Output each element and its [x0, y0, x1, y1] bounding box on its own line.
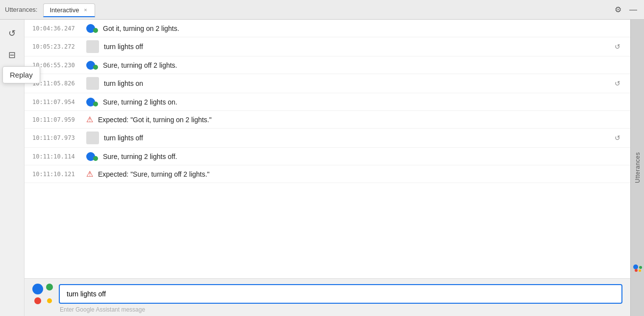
logo-dot-green	[46, 284, 53, 290]
replay-tooltip: Replay	[2, 66, 40, 83]
utterances-list: 10:04:36.247 Got it, turning on 2 lights…	[25, 20, 630, 278]
replay-icon[interactable]: ↺	[613, 79, 622, 88]
minimize-icon: —	[629, 5, 637, 14]
assistant-avatar	[86, 24, 98, 33]
gear-button[interactable]: ⚙	[613, 3, 623, 16]
message-input[interactable]	[59, 284, 622, 304]
replay-icon[interactable]: ↺	[613, 133, 622, 143]
utterance-text: Sure, turning 2 lights on.	[103, 98, 622, 106]
right-sidebar[interactable]: Utterances	[630, 20, 644, 316]
utterance-row: 10:04:36.247 Got it, turning on 2 lights…	[25, 20, 630, 37]
timestamp: 10:05:23.272	[32, 43, 81, 50]
utterance-text: Got it, turning on 2 lights.	[103, 25, 622, 32]
sidebar-logo-yellow	[639, 269, 641, 272]
timestamp: 10:04:36.247	[32, 25, 81, 32]
input-hint: Enter Google Assistant message	[32, 306, 622, 313]
title-bar-actions: ⚙ —	[613, 3, 639, 16]
utterance-text: Expected: "Got it, turning on 2 lights."	[98, 116, 622, 124]
logo-dot-red	[34, 297, 41, 304]
utterance-row: 10:06:55.230 Sure, turning off 2 lights.	[25, 56, 630, 74]
timestamp: 10:11:07.959	[32, 116, 81, 123]
utterance-row: 10:05:23.272 turn lights off ↺	[25, 37, 630, 56]
utterance-text: Sure, turning 2 lights off.	[103, 153, 622, 160]
utterance-row: 10:11:07.954 Sure, turning 2 lights on.	[25, 93, 630, 111]
avatar-dot-green	[93, 28, 98, 33]
utterance-row: 10:11:07.959 ⚠ Expected: "Got it, turnin…	[25, 111, 630, 129]
timestamp: 10:11:07.973	[32, 134, 81, 141]
input-area: Enter Google Assistant message	[25, 278, 630, 316]
timestamp: 10:11:07.954	[32, 99, 81, 105]
assistant-avatar	[86, 152, 98, 161]
logo-dot-blue	[32, 284, 43, 294]
utterances-panel: 10:04:36.247 Got it, turning on 2 lights…	[25, 20, 630, 316]
utterance-row: 10:11:07.973 turn lights off ↺	[25, 129, 630, 148]
user-avatar	[86, 77, 99, 90]
tab-interactive[interactable]: Interactive ×	[43, 3, 95, 17]
error-icon: ⚠	[86, 169, 93, 179]
app-window: Utterances: Interactive × ⚙ — ↺ ⊟ ↩	[0, 0, 644, 316]
error-icon: ⚠	[86, 115, 93, 124]
tab-close-icon[interactable]: ×	[82, 6, 89, 13]
avatar-dot-green	[93, 156, 98, 161]
avatar-dot-green	[93, 102, 98, 106]
minimize-button[interactable]: —	[627, 3, 639, 16]
title-bar: Utterances: Interactive × ⚙ —	[0, 0, 644, 20]
main-content: ↺ ⊟ ↩ Replay 10:04:36.247	[0, 20, 644, 316]
utterance-text: Sure, turning off 2 lights.	[103, 61, 622, 69]
utterance-text: Expected: "Sure, turning off 2 lights."	[98, 170, 622, 178]
utterance-row: 10:11:10.114 Sure, turning 2 lights off.	[25, 148, 630, 165]
utterance-text: turn lights off	[104, 134, 608, 142]
timestamp: 10:11:10.114	[32, 153, 81, 160]
sidebar-logo-red	[635, 269, 638, 272]
replay-icon[interactable]: ↺	[613, 42, 622, 52]
left-toolbar: ↺ ⊟ ↩ Replay	[0, 20, 25, 316]
utterance-row: 10:11:10.121 ⚠ Expected: "Sure, turning …	[25, 165, 630, 183]
title-bar-label: Utterances:	[5, 6, 37, 13]
tooltip-container: Replay	[2, 66, 40, 83]
replay-toolbar-button[interactable]: ↺	[3, 25, 21, 42]
assistant-avatar	[86, 98, 98, 106]
input-row	[32, 284, 622, 304]
assistant-avatar	[86, 61, 98, 70]
save-toolbar-icon: ⊟	[8, 50, 16, 60]
logo-dot-yellow	[47, 298, 52, 303]
sidebar-tab-label[interactable]: Utterances	[634, 147, 641, 188]
utterance-row: 10:11:05.826 turn lights on ↺	[25, 74, 630, 93]
assistant-logo	[32, 284, 53, 304]
tab-label: Interactive	[50, 6, 79, 14]
user-avatar	[86, 132, 99, 144]
save-toolbar-button[interactable]: ⊟	[3, 46, 21, 64]
sidebar-logo	[633, 264, 642, 272]
utterance-text: turn lights off	[104, 43, 608, 51]
avatar-dot-green	[93, 65, 98, 70]
timestamp: 10:11:10.121	[32, 171, 81, 178]
user-avatar	[86, 40, 99, 53]
utterance-text: turn lights on	[104, 79, 608, 87]
gear-icon: ⚙	[615, 5, 621, 14]
replay-toolbar-icon: ↺	[8, 28, 16, 39]
